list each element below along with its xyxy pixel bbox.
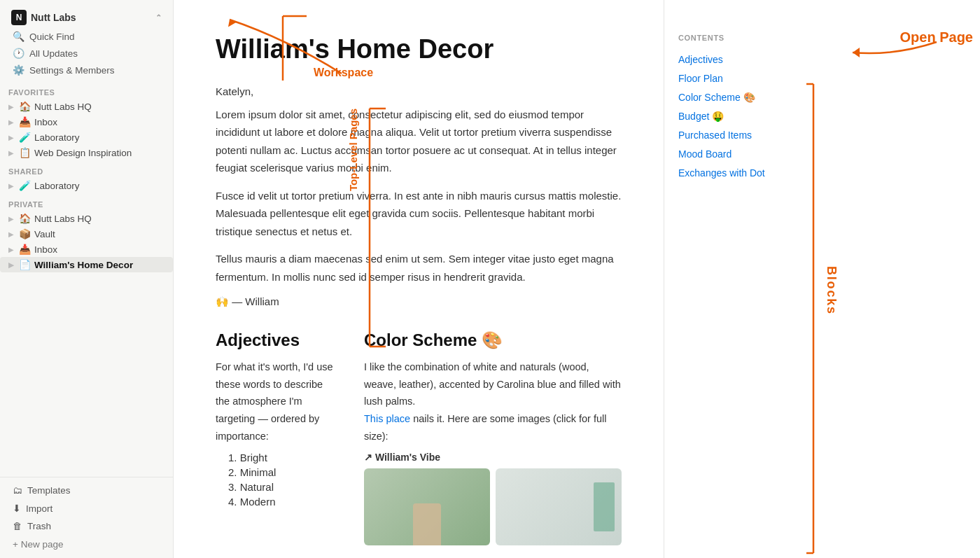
- templates-button[interactable]: 🗂 Templates: [6, 482, 167, 499]
- page-signature: 🙌 — William: [216, 295, 622, 308]
- list-item: 3. Natural: [228, 481, 336, 493]
- all-updates-button[interactable]: 🕐 All Updates: [6, 45, 167, 62]
- chevron-icon: ▶: [7, 261, 15, 269]
- sidebar-item-label: Vault: [34, 229, 55, 239]
- vibe-link[interactable]: ↗ William's Vibe: [364, 452, 622, 463]
- shared-section-label: Shared: [0, 160, 173, 178]
- sidebar-item-nutt-labs-hq-priv[interactable]: ▶ 🏠 Nutt Labs HQ: [0, 211, 173, 226]
- clock-icon: 🕐: [13, 48, 24, 59]
- sidebar-item-label: Laboratory: [34, 132, 80, 143]
- adjectives-heading: Adjectives: [216, 330, 336, 350]
- color-scheme-body: I like the combination of white and natu…: [364, 358, 622, 445]
- page-icon: 📋: [19, 147, 31, 158]
- list-item: 1. Bright: [228, 452, 336, 463]
- workspace-button[interactable]: N Nutt Labs ⌃: [6, 7, 167, 28]
- vibe-label: ↗ William's Vibe: [364, 452, 440, 463]
- image-row: [364, 468, 622, 545]
- sidebar-item-web-design-fav[interactable]: ▶ 📋 Web Design Inspiration: [0, 145, 173, 160]
- open-page-annotation-label: Open Page: [900, 29, 973, 46]
- chevron-icon: ▶: [7, 149, 15, 157]
- vibe-image-1: [364, 468, 490, 545]
- contents-link-adjectives[interactable]: Adjectives: [678, 50, 804, 69]
- vibe-image-2: [496, 468, 622, 545]
- workspace-icon: N: [11, 10, 27, 25]
- chevron-icon: ▶: [7, 246, 15, 253]
- new-page-button[interactable]: + New page: [6, 535, 167, 554]
- page-icon: 📥: [19, 244, 31, 255]
- sidebar-item-laboratory-shared[interactable]: ▶ 🧪 Laboratory: [0, 178, 173, 193]
- page-title: William's Home Decor: [216, 34, 622, 66]
- page-icon: 🧪: [19, 180, 31, 191]
- sidebar-item-inbox-priv[interactable]: ▶ 📥 Inbox: [0, 242, 173, 257]
- sidebar: N Nutt Labs ⌃ 🔍 Quick Find 🕐 All Updates…: [0, 0, 174, 558]
- quick-find-button[interactable]: 🔍 Quick Find: [6, 28, 167, 45]
- contents-link-mood-board[interactable]: Mood Board: [678, 145, 804, 164]
- sidebar-item-label: Nutt Labs HQ: [34, 214, 92, 224]
- contents-link-color-scheme[interactable]: Color Scheme 🎨: [678, 88, 804, 107]
- sidebar-item-vault[interactable]: ▶ 📦 Vault: [0, 226, 173, 242]
- svg-marker-3: [853, 48, 860, 57]
- favorites-section-label: Favorites: [0, 81, 173, 99]
- contents-link-budget[interactable]: Budget 🤑: [678, 107, 804, 126]
- chevron-icon: ▶: [7, 118, 15, 126]
- list-item: 4. Modern: [228, 496, 336, 508]
- blocks-annotation-label: Blocks: [824, 266, 839, 315]
- page-icon: 🏠: [19, 213, 31, 224]
- main-area: William's Home Decor Katelyn, Lorem ipsu…: [174, 0, 980, 558]
- contents-link-floor-plan[interactable]: Floor Plan: [678, 69, 804, 88]
- contents-heading: CONTENTS: [678, 34, 804, 42]
- chevron-icon: ▶: [7, 182, 15, 190]
- sidebar-item-label: Web Design Inspiration: [34, 148, 132, 158]
- columns-section: Adjectives For what it's worth, I'd use …: [216, 330, 622, 545]
- search-icon: 🔍: [13, 31, 24, 42]
- all-updates-label: All Updates: [29, 48, 78, 59]
- list-item: 2. Minimal: [228, 466, 336, 478]
- sidebar-item-inbox-fav[interactable]: ▶ 📥 Inbox: [0, 114, 173, 130]
- import-button[interactable]: ⬇ Import: [6, 499, 167, 517]
- color-scheme-body-text: I like the combination of white and natu…: [364, 361, 621, 407]
- trash-label: Trash: [27, 521, 51, 531]
- templates-icon: 🗂: [13, 485, 22, 496]
- templates-label: Templates: [27, 485, 71, 496]
- page-greeting: Katelyn,: [216, 85, 622, 97]
- page-icon: 🧪: [19, 132, 31, 143]
- right-panel: CONTENTS Adjectives Floor Plan Color Sch…: [664, 0, 818, 558]
- sidebar-item-label: Nutt Labs HQ: [34, 102, 92, 112]
- workspace-name: Nutt Labs: [31, 12, 76, 23]
- page-icon: 📥: [19, 116, 31, 127]
- page-icon: 📦: [19, 228, 31, 239]
- trash-button[interactable]: 🗑 Trash: [6, 517, 167, 535]
- chevron-icon: ▶: [7, 230, 15, 238]
- sidebar-item-label: Inbox: [34, 117, 57, 127]
- workspace-chevron-icon: ⌃: [155, 13, 162, 22]
- gear-icon: ⚙️: [13, 64, 24, 76]
- sidebar-item-label: Laboratory: [34, 181, 80, 191]
- page-body-1: Lorem ipsum dolor sit amet, consectetur …: [216, 106, 622, 177]
- color-scheme-column: Color Scheme 🎨 I like the combination of…: [364, 330, 622, 545]
- page-body-2: Fusce id velit ut tortor pretium viverra…: [216, 187, 622, 241]
- settings-label: Settings & Members: [29, 65, 115, 76]
- chevron-icon: ▶: [7, 103, 15, 111]
- sidebar-item-laboratory-fav[interactable]: ▶ 🧪 Laboratory: [0, 130, 173, 145]
- settings-button[interactable]: ⚙️ Settings & Members: [6, 62, 167, 78]
- sidebar-item-nutt-labs-hq-fav[interactable]: ▶ 🏠 Nutt Labs HQ: [0, 99, 173, 114]
- this-place-link[interactable]: This place: [364, 413, 410, 424]
- import-icon: ⬇: [13, 503, 21, 514]
- chevron-icon: ▶: [7, 134, 15, 141]
- sidebar-item-williams-home-decor[interactable]: ▶ 📄 William's Home Decor: [0, 257, 173, 272]
- sidebar-item-label: Inbox: [34, 244, 57, 255]
- page-icon: 🏠: [19, 101, 31, 112]
- import-label: Import: [26, 503, 52, 514]
- content-area: William's Home Decor Katelyn, Lorem ipsu…: [174, 0, 664, 558]
- trash-icon: 🗑: [13, 521, 22, 531]
- contents-link-exchanges[interactable]: Exchanges with Dot: [678, 164, 804, 183]
- new-page-label: + New page: [13, 539, 63, 550]
- page-body-3: Tellus mauris a diam maecenas sed enim u…: [216, 250, 622, 286]
- chevron-icon: ▶: [7, 215, 15, 223]
- page-icon: 📄: [19, 259, 31, 270]
- contents-link-purchased-items[interactable]: Purchased Items: [678, 126, 804, 145]
- adjectives-column: Adjectives For what it's worth, I'd use …: [216, 330, 336, 545]
- color-scheme-heading: Color Scheme 🎨: [364, 330, 622, 350]
- quick-find-label: Quick Find: [29, 32, 75, 42]
- sidebar-bottom: 🗂 Templates ⬇ Import 🗑 Trash + New page: [0, 477, 173, 558]
